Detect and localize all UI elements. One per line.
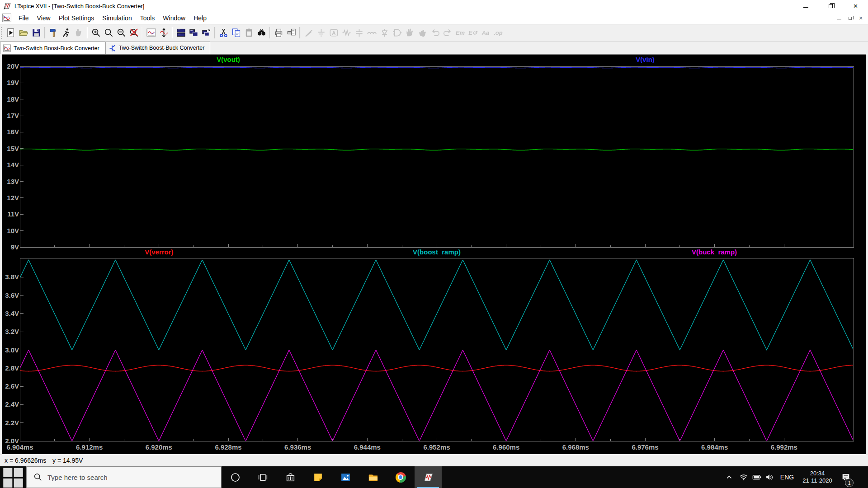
mirror-icon[interactable]: Em (454, 26, 467, 40)
y-axis-tick-label: 9V (3, 243, 19, 251)
ltspice-icon (423, 472, 434, 483)
taskbar-app-cortana[interactable] (222, 466, 249, 488)
run-simulation-icon[interactable] (60, 26, 72, 40)
menu-plot-settings[interactable]: Plot Settings (55, 13, 99, 23)
menu-bar: FileViewPlot SettingsSimulationToolsWind… (0, 12, 868, 24)
autorange-icon[interactable] (145, 26, 157, 40)
battery-icon[interactable] (750, 466, 764, 488)
tile-horizontally-icon[interactable] (187, 26, 200, 40)
trace-label-v-vout[interactable]: V(vout) (217, 56, 240, 63)
rotate-icon[interactable]: E↺ (467, 26, 479, 40)
action-center-icon[interactable]: 1 (839, 466, 859, 488)
trace-label-v-vin[interactable]: V(vin) (636, 56, 655, 63)
menu-tools[interactable]: Tools (136, 13, 159, 23)
find-icon[interactable] (255, 26, 268, 40)
taskbar-app-photos[interactable] (332, 466, 359, 488)
spice-directive-icon[interactable]: .op (492, 26, 505, 40)
search-input[interactable] (47, 474, 197, 481)
y-axis-tick-label: 3.8V (3, 273, 19, 281)
ground-icon[interactable] (315, 26, 327, 40)
copy-icon[interactable] (230, 26, 242, 40)
menu-view[interactable]: View (33, 13, 55, 23)
y-axis-tick-label: 19V (3, 79, 19, 87)
toolbar-separator (299, 27, 300, 38)
volume-icon[interactable] (763, 466, 776, 488)
wifi-icon[interactable] (737, 466, 750, 488)
zoom-back-icon[interactable] (102, 26, 115, 40)
diode-icon[interactable] (378, 26, 391, 40)
redo-icon[interactable] (441, 26, 454, 40)
taskbar-app-store[interactable] (277, 466, 304, 488)
trace-label-v-verror[interactable]: V(verror) (145, 248, 173, 256)
print-icon[interactable] (272, 26, 285, 40)
ltspice-app-icon (3, 2, 12, 10)
drag-icon[interactable] (416, 26, 429, 40)
undo-icon[interactable] (429, 26, 441, 40)
tab-waveform[interactable]: Two-Switch Boost-Buck Converter (0, 42, 105, 54)
taskbar-clock[interactable]: 20:3421-11-2020 (797, 466, 837, 488)
label-net-icon[interactable]: A (327, 26, 340, 40)
print-preview-icon[interactable] (285, 26, 297, 40)
cut-icon[interactable] (217, 26, 230, 40)
resistor-icon[interactable] (340, 26, 353, 40)
menu-help[interactable]: Help (189, 13, 211, 23)
language-indicator[interactable]: ENG (778, 466, 797, 488)
sticky-notes-icon (312, 472, 324, 483)
tab-schematic[interactable]: Two-Switch Boost-Buck Converter (105, 42, 211, 54)
x-axis-tick-label: 6.944ms (349, 443, 385, 451)
window-title: LTspice XVII - [Two-Switch Boost-Buck Co… (14, 3, 144, 9)
taskbar-app-file-explorer[interactable] (359, 466, 387, 488)
desktop: LTspice XVII - [Two-Switch Boost-Buck Co… (0, 0, 868, 488)
trace-label-v-buck-ramp[interactable]: V(buck_ramp) (692, 248, 737, 256)
child-restore-button[interactable] (844, 14, 855, 23)
taskbar-app-sticky-notes[interactable] (304, 466, 331, 488)
title-bar: LTspice XVII - [Two-Switch Boost-Buck Co… (0, 0, 868, 12)
taskbar: ENG20:3421-11-20201 (0, 466, 868, 488)
run-icon[interactable] (5, 26, 17, 40)
menu-window[interactable]: Window (159, 13, 189, 23)
fit-axes-icon[interactable] (157, 26, 170, 40)
minimize-button[interactable] (793, 0, 818, 12)
tile-vertically-icon[interactable] (175, 26, 187, 40)
halt-icon[interactable] (72, 26, 85, 40)
component-icon[interactable] (391, 26, 403, 40)
y-axis-tick-label: 20V (3, 62, 19, 70)
child-minimize-button[interactable] (834, 14, 844, 23)
menu-simulation[interactable]: Simulation (98, 13, 136, 23)
close-button[interactable]: ✕ (843, 0, 868, 12)
trace-label-v-boost-ramp[interactable]: V(boost_ramp) (413, 248, 461, 256)
status-bar: x = 6.96626ms y = 14.95V (0, 455, 868, 466)
zoom-full-extents-icon[interactable] (127, 26, 140, 40)
toolbar-grip[interactable] (1, 27, 3, 39)
inductor-icon[interactable] (365, 26, 378, 40)
x-axis-tick-label: 6.912ms (71, 443, 108, 451)
start-button[interactable] (0, 466, 26, 488)
move-icon[interactable] (403, 26, 416, 40)
restore-button[interactable] (818, 0, 843, 12)
y-axis-tick-label: 17V (3, 112, 19, 120)
menu-file[interactable]: File (14, 13, 33, 23)
paste-icon[interactable] (242, 26, 255, 40)
draw-wire-icon[interactable] (302, 26, 315, 40)
waveform-tab-icon (3, 44, 11, 52)
taskbar-search[interactable] (26, 466, 222, 488)
y-axis-tick-label: 12V (3, 194, 19, 202)
cascade-windows-icon[interactable] (200, 26, 212, 40)
taskbar-app-chrome[interactable] (387, 466, 414, 488)
tray-chevron-icon[interactable] (722, 466, 736, 488)
text-icon[interactable]: Aa (479, 26, 492, 40)
zoom-in-icon[interactable] (90, 26, 102, 40)
clock-date: 21-11-2020 (802, 477, 832, 484)
control-panel-icon[interactable] (47, 26, 60, 40)
taskbar-app-task-view[interactable] (249, 466, 276, 488)
search-icon (33, 472, 43, 482)
open-icon[interactable] (17, 26, 30, 40)
zoom-out-icon[interactable] (115, 26, 127, 40)
child-close-button[interactable]: ✕ (855, 14, 866, 23)
capacitor-icon[interactable] (353, 26, 365, 40)
schematic-tab-icon (108, 44, 116, 52)
chrome-icon (396, 472, 406, 483)
waveform-plot-area[interactable]: 20V19V18V17V16V15V14V13V12V11V10V9V3.8V3… (2, 54, 866, 455)
save-icon[interactable] (30, 26, 42, 40)
taskbar-app-ltspice[interactable] (415, 466, 442, 488)
